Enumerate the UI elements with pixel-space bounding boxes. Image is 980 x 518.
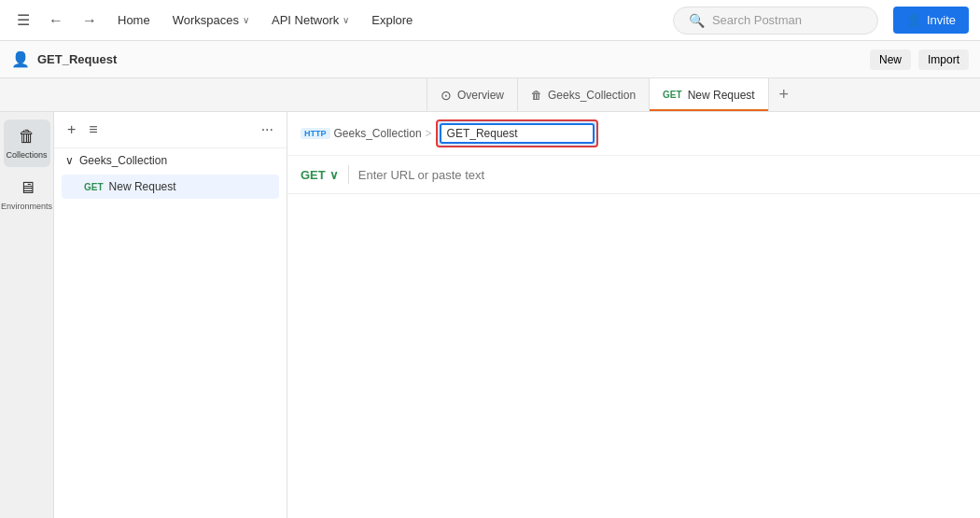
invite-button[interactable]: 👤 Invite	[893, 7, 969, 34]
method-select-button[interactable]: GET ∨	[301, 168, 339, 182]
sub-item-name: New Request	[109, 180, 176, 193]
forward-button[interactable]: →	[77, 8, 103, 33]
panel-toolbar: + ≡ ···	[54, 112, 287, 148]
workspacebar: 👤 GET_Request New Import	[0, 41, 980, 78]
breadcrumb-separator: >	[426, 127, 432, 140]
more-options-button[interactable]: ···	[258, 119, 277, 140]
sidebar-item-environments[interactable]: 🖥 Environments	[4, 171, 50, 218]
rename-container	[436, 119, 598, 147]
collections-icon: 🗑	[19, 127, 35, 147]
tab-new-request[interactable]: GET New Request	[650, 78, 769, 111]
url-input[interactable]	[358, 168, 967, 182]
request-name-input[interactable]	[440, 123, 595, 144]
import-button[interactable]: Import	[918, 49, 969, 70]
collection-name-label: Geeks_Collection	[79, 154, 167, 167]
collection-geeks[interactable]: ∨ Geeks_Collection	[54, 148, 287, 173]
breadcrumb-collection: Geeks_Collection	[334, 127, 422, 140]
url-bar: GET ∨	[287, 156, 980, 194]
nav-workspaces[interactable]: Workspaces ∨	[165, 9, 257, 31]
workspace-avatar-icon: 👤	[11, 50, 30, 68]
method-divider	[348, 165, 349, 184]
nav-home[interactable]: Home	[110, 9, 158, 31]
back-button[interactable]: ←	[43, 8, 69, 33]
api-network-chevron-icon: ∨	[343, 15, 349, 25]
breadcrumb-row: HTTP Geeks_Collection >	[287, 112, 980, 156]
search-bar[interactable]: 🔍 Search Postman	[673, 7, 878, 35]
list-view-button[interactable]: ≡	[85, 119, 101, 140]
get-method-badge: GET	[663, 90, 682, 100]
tabs-row: ⊙ Overview 🗑 Geeks_Collection GET New Re…	[0, 78, 980, 112]
tabs-sidebar-spacer	[0, 78, 427, 111]
invite-icon: 👤	[906, 13, 921, 27]
workspaces-chevron-icon: ∨	[243, 15, 249, 25]
method-label: GET	[301, 168, 326, 182]
collection-request-item[interactable]: GET New Request	[62, 175, 279, 199]
new-button[interactable]: New	[870, 49, 911, 70]
topbar: ☰ ← → Home Workspaces ∨ API Network ∨ Ex…	[0, 0, 980, 41]
http-badge: HTTP	[301, 128, 330, 139]
overview-icon: ⊙	[441, 88, 452, 103]
nav-explore[interactable]: Explore	[364, 9, 420, 31]
tab-add-button[interactable]: +	[769, 78, 799, 111]
tab-overview[interactable]: ⊙ Overview	[427, 78, 518, 111]
topbar-left: ☰ ← → Home Workspaces ∨ API Network ∨ Ex…	[11, 7, 669, 33]
workspace-name: GET_Request	[37, 52, 862, 66]
topbar-right: 👤 Invite	[893, 7, 969, 34]
method-chevron-icon: ∨	[329, 168, 339, 182]
tab-geeks-collection[interactable]: 🗑 Geeks_Collection	[518, 78, 650, 111]
main-area: 🗑 Collections 🖥 Environments + ≡ ··· ∨ G…	[0, 112, 980, 518]
search-icon: 🔍	[689, 13, 705, 28]
nav-api-network[interactable]: API Network ∨	[264, 9, 357, 31]
environments-icon: 🖥	[19, 178, 35, 198]
right-panel: HTTP Geeks_Collection > GET ∨	[287, 112, 980, 518]
sub-item-method-badge: GET	[84, 182, 104, 192]
add-collection-button[interactable]: +	[63, 119, 79, 140]
menu-button[interactable]: ☰	[11, 7, 35, 33]
collection-expand-icon: ∨	[65, 154, 74, 167]
search-placeholder: Search Postman	[712, 13, 802, 27]
collections-panel: + ≡ ··· ∨ Geeks_Collection GET New Reque…	[54, 112, 287, 518]
sidebar-item-collections[interactable]: 🗑 Collections	[4, 119, 50, 167]
collection-tab-icon: 🗑	[531, 89, 542, 102]
sidebar-icons: 🗑 Collections 🖥 Environments	[0, 112, 54, 518]
